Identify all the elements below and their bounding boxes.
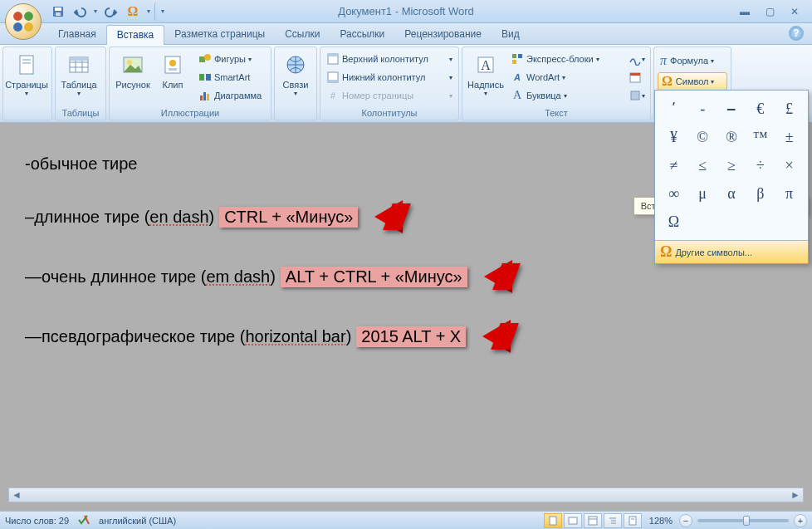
zoom-level[interactable]: 128% (649, 516, 673, 526)
wordart-button[interactable]: AWordArt▾ (508, 68, 624, 86)
omega-qat-icon[interactable]: Ω (123, 2, 143, 21)
chart-button[interactable]: Диаграмма (196, 86, 264, 105)
svg-point-17 (127, 60, 132, 65)
symbol-cell[interactable]: Ω (659, 208, 688, 236)
close-icon[interactable]: ✕ (784, 4, 805, 19)
clip-button[interactable]: Клип (153, 50, 193, 91)
symbol-cell[interactable]: ∞ (659, 179, 688, 208)
picture-button[interactable]: Рисунок (113, 50, 153, 91)
symbol-cell[interactable]: ≤ (688, 151, 717, 179)
table-button[interactable]: Таблица (59, 50, 99, 99)
symbol-dropdown: ʹ-‒€£¥©®™±≠≤≥÷×∞μαβπΩ ΩДругие символы... (654, 90, 809, 264)
pagenum-button[interactable]: #Номер страницы▾ (324, 86, 455, 105)
qat-customize-icon[interactable]: ▾ (154, 2, 166, 21)
tab-review[interactable]: Рецензирование (394, 25, 492, 44)
document-line: ― псевдографическое тире (horizontal bar… (25, 320, 787, 353)
symbol-cell[interactable]: × (775, 151, 804, 179)
view-print-layout[interactable] (544, 513, 562, 528)
svg-rect-49 (629, 517, 636, 525)
quickparts-button[interactable]: Экспресс-блоки▾ (508, 50, 624, 68)
view-outline[interactable] (604, 513, 622, 528)
word-count[interactable]: Число слов: 29 (5, 516, 69, 526)
smartart-button[interactable]: SmartArt (196, 68, 264, 86)
maximize-icon[interactable]: ▢ (759, 4, 780, 19)
symbol-cell[interactable]: ‒ (717, 95, 746, 123)
horizontal-scrollbar[interactable]: ◄ ► (8, 487, 804, 502)
view-full-screen[interactable] (564, 513, 582, 528)
language-status[interactable]: английский (США) (99, 516, 176, 526)
help-icon[interactable]: ? (789, 26, 804, 41)
proofing-icon[interactable] (77, 513, 90, 528)
symbol-cell[interactable]: ≠ (659, 151, 688, 179)
footer-button[interactable]: Нижний колонтитул▾ (324, 68, 455, 86)
symbol-cell[interactable]: ≥ (717, 151, 746, 179)
scroll-right-icon[interactable]: ► (788, 488, 803, 502)
redo-icon[interactable] (101, 2, 121, 21)
svg-point-19 (169, 60, 176, 66)
chart-icon (198, 89, 212, 102)
symbol-cell[interactable]: π (775, 179, 804, 208)
tab-view[interactable]: Вид (492, 25, 530, 44)
tab-insert[interactable]: Вставка (106, 25, 165, 45)
signature-button[interactable]: ▾ (627, 50, 647, 68)
symbol-cell[interactable]: ʹ (659, 95, 688, 123)
omega-icon: Ω (660, 243, 672, 261)
symbol-cell[interactable]: ± (775, 123, 804, 151)
header-button[interactable]: Верхний колонтитул▾ (324, 50, 455, 68)
qat-dropdown-1[interactable]: ▾ (91, 2, 100, 21)
tab-page-layout[interactable]: Разметка страницы (164, 25, 275, 44)
dropcap-button[interactable]: AБуквица▾ (508, 86, 624, 105)
group-label (275, 107, 316, 120)
tab-references[interactable]: Ссылки (275, 25, 330, 44)
zoom-thumb[interactable] (743, 516, 750, 526)
tab-mailings[interactable]: Рассылки (330, 25, 394, 44)
table-icon (66, 51, 92, 78)
save-icon[interactable] (48, 2, 68, 21)
office-button[interactable] (5, 3, 42, 40)
symbol-cell[interactable]: μ (688, 179, 717, 208)
zoom-out-button[interactable]: − (679, 514, 692, 527)
symbol-cell[interactable]: £ (775, 95, 804, 123)
undo-icon[interactable] (70, 2, 90, 21)
zoom-in-button[interactable]: + (794, 514, 807, 527)
symbol-cell[interactable]: β (746, 179, 775, 208)
svg-rect-20 (169, 68, 177, 71)
symbol-cell[interactable]: ¥ (659, 123, 688, 151)
symbol-cell[interactable]: α (717, 179, 746, 208)
minimize-icon[interactable]: ▬ (734, 4, 756, 19)
svg-rect-5 (55, 7, 61, 11)
formula-button[interactable]: πФормула▾ (658, 51, 727, 70)
svg-rect-40 (631, 91, 639, 100)
object-button[interactable]: ▾ (627, 86, 647, 105)
zoom-slider[interactable] (697, 519, 789, 522)
shortcut-highlight: ALT + CTRL + «Минус» (281, 267, 467, 287)
pages-button[interactable]: Страницы (7, 50, 46, 99)
more-symbols-button[interactable]: ΩДругие символы... (655, 240, 808, 263)
svg-rect-43 (569, 517, 577, 524)
scroll-left-icon[interactable]: ◄ (9, 488, 24, 502)
textbox-button[interactable]: A Надпись (466, 50, 506, 99)
datetime-button[interactable] (627, 68, 647, 86)
view-web[interactable] (584, 513, 602, 528)
symbol-cell[interactable]: © (688, 123, 717, 151)
svg-rect-36 (518, 54, 522, 58)
group-label (3, 107, 51, 120)
symbol-cell[interactable]: € (746, 95, 775, 123)
arrow-icon (484, 260, 521, 293)
qat-dropdown-2[interactable]: ▾ (144, 2, 153, 21)
symbol-cell[interactable]: - (688, 95, 717, 123)
svg-point-0 (13, 12, 22, 21)
links-button[interactable]: Связи (278, 50, 313, 99)
shapes-icon (198, 52, 212, 66)
symbol-cell[interactable]: ™ (746, 123, 775, 151)
svg-rect-39 (630, 73, 640, 76)
svg-rect-32 (328, 80, 338, 82)
symbol-button[interactable]: ΩСимвол▾ (658, 72, 727, 91)
tab-home[interactable]: Главная (48, 25, 106, 44)
shapes-button[interactable]: Фигуры▾ (196, 50, 264, 68)
group-label-tables: Таблицы (56, 107, 105, 120)
view-draft[interactable] (624, 513, 642, 528)
svg-rect-24 (206, 74, 211, 81)
symbol-cell[interactable]: ® (717, 123, 746, 151)
symbol-cell[interactable]: ÷ (746, 151, 775, 179)
